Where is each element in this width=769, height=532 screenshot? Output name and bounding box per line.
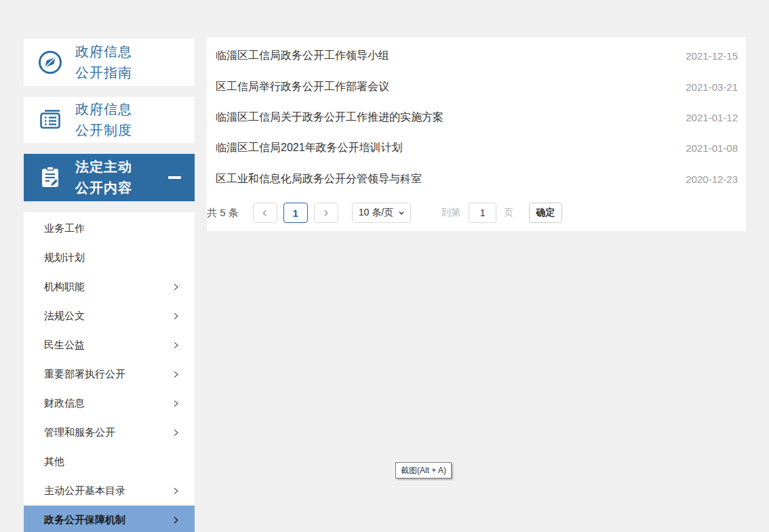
submenu-item-label: 规划计划	[44, 251, 85, 264]
news-list: 临淄区工信局政务公开工作领导小组 2021-12-15 区工信局举行政务公开工作…	[207, 37, 746, 195]
page-size-value: 10 条/页	[359, 207, 393, 219]
chevron-right-icon	[171, 311, 181, 321]
submenu-item-label: 法规公文	[44, 310, 85, 323]
rules-book-icon	[36, 106, 64, 134]
compass-icon	[36, 48, 64, 77]
submenu-item-planning[interactable]: 规划计划	[24, 243, 195, 272]
submenu-item-label: 其他	[44, 455, 64, 468]
next-page-button[interactable]	[314, 203, 338, 223]
submenu-item-label: 财政信息	[44, 397, 85, 410]
news-title-link[interactable]: 区工信局举行政务公开工作部署会议	[216, 80, 389, 94]
submenu-item-livelihood[interactable]: 民生公益	[24, 331, 195, 360]
sidebar-item-gov-info-rules[interactable]: 政府信息 公开制度	[24, 97, 195, 143]
goto-suffix-label: 页	[504, 207, 513, 219]
submenu-item-label: 民生公益	[44, 339, 85, 352]
sidebar-item-statutory-disclosure[interactable]: 法定主动 公开内容	[24, 154, 195, 201]
screenshot-tooltip-label: 截图(Alt + A)	[401, 465, 446, 476]
news-row[interactable]: 临淄区工信局关于政务公开工作推进的实施方案 2021-01-12	[216, 102, 738, 133]
submenu-item-label: 机构职能	[44, 281, 85, 293]
submenu-item-org-functions[interactable]: 机构职能	[24, 272, 195, 302]
chevron-right-icon	[171, 340, 181, 350]
chevron-right-icon	[171, 282, 181, 292]
goto-page-input[interactable]	[469, 203, 496, 223]
submenu-item-label: 政务公开保障机制	[44, 514, 125, 527]
submenu-item-label: 业务工作	[44, 222, 85, 235]
news-date: 2021-01-08	[686, 142, 738, 154]
chevron-down-icon	[397, 209, 406, 217]
pagination: 共 5 条 1 10 条/页 到第 页 确定	[207, 201, 746, 225]
submenu-item-disclosure-guarantee[interactable]: 政务公开保障机制	[24, 506, 195, 532]
news-date: 2020-12-23	[686, 173, 738, 185]
chevron-right-icon	[171, 369, 181, 380]
news-row[interactable]: 区工信局举行政务公开工作部署会议 2021-03-21	[216, 71, 738, 102]
chevron-right-icon	[171, 398, 181, 409]
submenu-item-other[interactable]: 其他	[24, 447, 195, 476]
current-page-label: 1	[293, 207, 298, 219]
submenu-item-label: 重要部署执行公开	[44, 368, 125, 381]
goto-confirm-button[interactable]: 确定	[529, 203, 562, 223]
news-row[interactable]: 临淄区工信局2021年政务公开培训计划 2021-01-08	[216, 133, 738, 163]
news-row[interactable]: 临淄区工信局政务公开工作领导小组 2021-12-15	[216, 41, 738, 71]
news-date: 2021-12-15	[686, 50, 738, 62]
news-row[interactable]: 区工业和信息化局政务公开分管领导与科室 2020-12-23	[216, 164, 738, 195]
sidebar-item-gov-info-guide[interactable]: 政府信息 公开指南	[24, 39, 195, 86]
pagination-total: 共 5 条	[207, 207, 239, 220]
goto-prefix-label: 到第	[441, 207, 460, 219]
submenu-item-business-work[interactable]: 业务工作	[24, 214, 195, 243]
screenshot-tooltip: 截图(Alt + A)	[395, 462, 452, 478]
submenu-item-label: 主动公开基本目录	[44, 485, 125, 497]
news-date: 2021-01-12	[686, 112, 738, 123]
page-number-button[interactable]: 1	[283, 203, 308, 223]
news-date: 2021-03-21	[686, 81, 738, 93]
goto-page-group: 到第 页	[441, 203, 513, 223]
submenu-item-key-deployment[interactable]: 重要部署执行公开	[24, 360, 195, 389]
page-size-select[interactable]: 10 条/页	[352, 203, 411, 223]
news-title-link[interactable]: 临淄区工信局政务公开工作领导小组	[216, 49, 389, 63]
sidebar-item-label: 法定主动 公开内容	[75, 157, 132, 199]
news-title-link[interactable]: 临淄区工信局关于政务公开工作推进的实施方案	[216, 110, 443, 125]
sidebar-item-label: 政府信息 公开指南	[75, 41, 132, 83]
collapse-minus-icon	[168, 176, 181, 179]
chevron-right-icon	[171, 428, 181, 438]
submenu-item-fiscal-info[interactable]: 财政信息	[24, 389, 195, 418]
submenu-item-label: 管理和服务公开	[44, 426, 115, 439]
submenu-item-management-services[interactable]: 管理和服务公开	[24, 418, 195, 447]
prev-page-button[interactable]	[253, 203, 277, 223]
clipboard-pen-icon	[36, 163, 64, 192]
chevron-right-icon	[171, 486, 181, 496]
sidebar-submenu: 业务工作 规划计划 机构职能 法规公文 民生公益 重要部署执行公开	[24, 212, 195, 532]
news-title-link[interactable]: 临淄区工信局2021年政务公开培训计划	[216, 141, 403, 155]
news-title-link[interactable]: 区工业和信息化局政务公开分管领导与科室	[216, 172, 422, 186]
submenu-item-laws-documents[interactable]: 法规公文	[24, 302, 195, 331]
sidebar: 政府信息 公开指南 政府信息 公开制度	[24, 39, 195, 532]
chevron-right-icon	[171, 515, 181, 525]
content-panel: 临淄区工信局政务公开工作领导小组 2021-12-15 区工信局举行政务公开工作…	[207, 37, 746, 231]
sidebar-item-label: 政府信息 公开制度	[75, 99, 132, 141]
submenu-item-basic-catalog[interactable]: 主动公开基本目录	[24, 476, 195, 506]
